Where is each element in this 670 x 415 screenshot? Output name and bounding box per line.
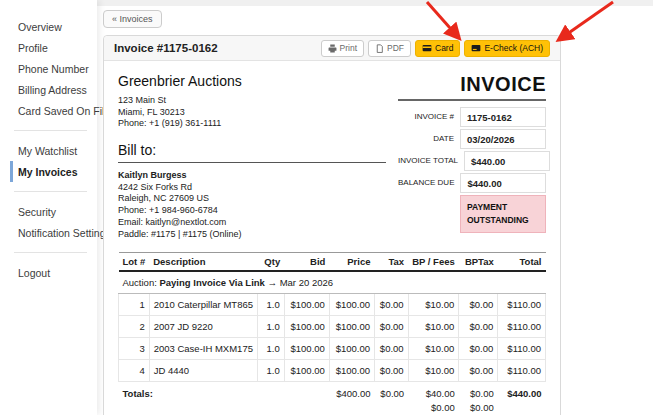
invoice-date-label: DATE <box>398 129 460 149</box>
sidebar-item-logout[interactable]: Logout <box>18 262 87 283</box>
cell-price: $100.00 <box>329 360 374 382</box>
echeck-icon <box>471 43 481 53</box>
sidebar-divider <box>14 130 87 131</box>
totals-grand-total: $440.00 <box>498 382 546 415</box>
invoice-panel: Invoice #1175-0162 Print PDF Card E-Chec… <box>103 35 561 415</box>
company-name: Greenbrier Auctions <box>118 73 386 89</box>
sidebar-item-notification-settings[interactable]: Notification Settings <box>18 222 87 243</box>
column-header-description: Description <box>149 253 257 272</box>
company-phone-line: Phone: +1 (919) 361-1111 <box>118 118 386 130</box>
column-header-total: Total <box>498 253 546 272</box>
table-row: 3 2003 Case-IH MXM175 1.0 $100.00 $100.0… <box>119 338 546 360</box>
cell-bp-fees: $10.00 <box>408 338 459 360</box>
cell-bptax: $0.00 <box>459 316 498 338</box>
sidebar-divider <box>14 252 87 253</box>
sidebar-item-phone-number[interactable]: Phone Number <box>18 58 87 79</box>
auction-row: Auction: Paying Invoice Via Link → Mar 2… <box>119 271 546 294</box>
buyer-email-line: Email: kaitlyn@nextlot.com <box>118 217 386 229</box>
column-header-price: Price <box>329 253 374 272</box>
cell-total: $110.00 <box>498 338 546 360</box>
lots-table: Lot # Description Qty Bid Price Tax BP /… <box>118 252 546 415</box>
document-icon <box>375 44 384 53</box>
cell-qty: 1.0 <box>257 316 284 338</box>
totals-price: $400.00 <box>329 382 374 415</box>
cell-price: $100.00 <box>329 316 374 338</box>
totals-label: Totals: <box>119 382 258 415</box>
totals-tax: $0.00 <box>375 382 409 415</box>
payment-status-badge: PAYMENT OUTSTANDING <box>460 195 546 233</box>
cell-description: 2010 Caterpillar MT865 <box>149 294 257 316</box>
invoice-heading: INVOICE <box>398 73 546 101</box>
back-invoices-button[interactable]: « Invoices <box>103 10 162 28</box>
sidebar-item-card-saved-on-file[interactable]: Card Saved On File <box>18 100 87 121</box>
column-header-lot: Lot # <box>119 253 150 272</box>
cell-qty: 1.0 <box>257 338 284 360</box>
cell-bid: $100.00 <box>284 294 329 316</box>
cell-total: $110.00 <box>498 360 546 382</box>
column-header-bid: Bid <box>284 253 329 272</box>
table-row: 1 2010 Caterpillar MT865 1.0 $100.00 $10… <box>119 294 546 316</box>
cell-tax: $0.00 <box>375 360 409 382</box>
panel-header: Invoice #1175-0162 Print PDF Card E-Chec… <box>104 36 560 61</box>
cell-bp-fees: $10.00 <box>408 294 459 316</box>
column-header-tax: Tax <box>375 253 409 272</box>
echeck-payment-button[interactable]: E-Check (ACH) <box>464 40 550 57</box>
cell-tax: $0.00 <box>375 294 409 316</box>
sidebar: Overview Profile Phone Number Billing Ad… <box>0 0 97 415</box>
invoice-number-label: INVOICE # <box>398 107 460 127</box>
cell-description: JD 4440 <box>149 360 257 382</box>
totals-row: Totals: $400.00 $0.00 $40.00 $0.00 $0.00… <box>119 382 546 415</box>
company-address-line: 123 Main St <box>118 95 386 107</box>
cell-bptax: $0.00 <box>459 338 498 360</box>
balance-due-value: $440.00 <box>460 173 546 193</box>
cell-qty: 1.0 <box>257 294 284 316</box>
panel-actions: Print PDF Card E-Check (ACH) <box>321 40 550 57</box>
cell-tax: $0.00 <box>375 316 409 338</box>
cell-bp-fees: $10.00 <box>408 316 459 338</box>
printer-icon <box>328 44 337 53</box>
cell-bptax: $0.00 <box>459 294 498 316</box>
cell-total: $110.00 <box>498 294 546 316</box>
sidebar-item-billing-address[interactable]: Billing Address <box>18 79 87 100</box>
company-address-line: Miami, FL 30213 <box>118 107 386 119</box>
top-strip <box>0 0 653 6</box>
main-content: « Invoices Invoice #1175-0162 Print PDF … <box>103 8 561 415</box>
cell-lot: 2 <box>119 316 150 338</box>
cell-price: $100.00 <box>329 338 374 360</box>
lots-table-header-row: Lot # Description Qty Bid Price Tax BP /… <box>119 253 546 272</box>
auction-date: → Mar 20 2026 <box>268 277 333 288</box>
cell-description: 2003 Case-IH MXM175 <box>149 338 257 360</box>
print-button[interactable]: Print <box>321 40 364 57</box>
invoice-date-value: 03/20/2026 <box>460 129 546 149</box>
buyer-phone-line: Phone: +1 984-960-6784 <box>118 205 386 217</box>
invoice-number-value: 1175-0162 <box>460 107 546 127</box>
credit-card-icon <box>422 43 432 53</box>
auction-label: Auction: <box>123 277 157 288</box>
cell-qty: 1.0 <box>257 360 284 382</box>
invoice-total-label: INVOICE TOTAL <box>398 151 464 171</box>
invoice-total-value: $440.00 <box>464 151 550 171</box>
sidebar-item-security[interactable]: Security <box>18 201 87 222</box>
buyer-paddle-line: Paddle: #1175 | #1175 (Online) <box>118 229 386 241</box>
totals-bptax: $0.00 $0.00 <box>459 382 498 415</box>
sidebar-item-overview[interactable]: Overview <box>18 16 87 37</box>
cell-lot: 1 <box>119 294 150 316</box>
sidebar-item-my-watchlist[interactable]: My Watchlist <box>18 140 87 161</box>
invoice-body: Greenbrier Auctions 123 Main St Miami, F… <box>104 61 560 415</box>
cell-bptax: $0.00 <box>459 360 498 382</box>
panel-title: Invoice #1175-0162 <box>114 42 218 54</box>
card-payment-button[interactable]: Card <box>415 40 460 57</box>
cell-bid: $100.00 <box>284 316 329 338</box>
totals-bp-fees: $40.00 $0.00 <box>408 382 459 415</box>
balance-due-label: BALANCE DUE <box>398 173 460 193</box>
sidebar-item-my-invoices[interactable]: My Invoices <box>10 161 87 182</box>
cell-lot: 3 <box>119 338 150 360</box>
column-header-bptax: BPTax <box>459 253 498 272</box>
cell-price: $100.00 <box>329 294 374 316</box>
cell-bp-fees: $10.00 <box>408 360 459 382</box>
pdf-button[interactable]: PDF <box>368 40 411 57</box>
auction-name: Paying Invoice Via Link <box>159 277 264 288</box>
table-row: 2 2007 JD 9220 1.0 $100.00 $100.00 $0.00… <box>119 316 546 338</box>
card-payment-button-label: Card <box>435 43 453 53</box>
sidebar-item-profile[interactable]: Profile <box>18 37 87 58</box>
